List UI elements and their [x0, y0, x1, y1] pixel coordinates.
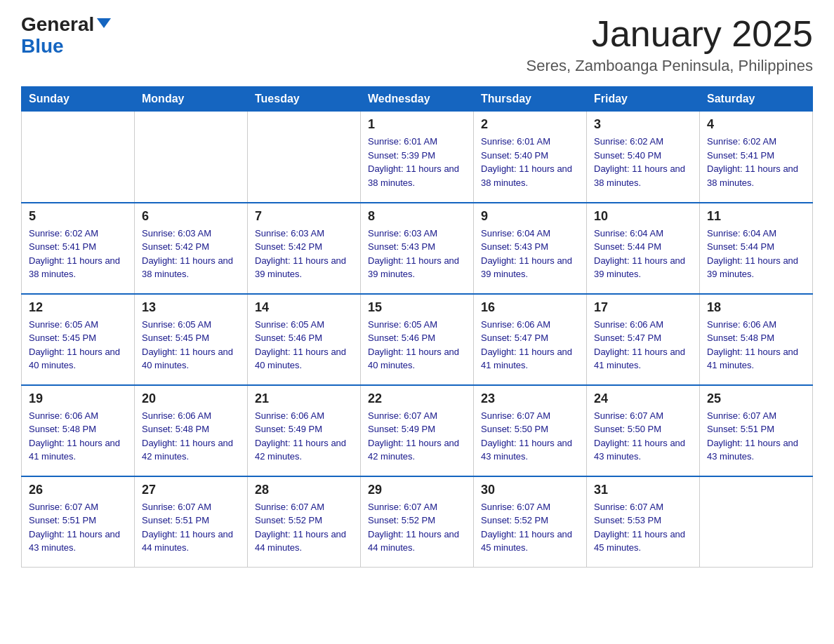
day-number: 5 — [29, 209, 127, 224]
day-info: Sunrise: 6:03 AMSunset: 5:42 PMDaylight:… — [142, 228, 233, 280]
calendar-header-friday: Friday — [587, 87, 700, 112]
calendar-day-cell: 20Sunrise: 6:06 AMSunset: 5:48 PMDayligh… — [135, 385, 248, 476]
calendar-day-cell — [700, 476, 813, 568]
location-title: Seres, Zamboanga Peninsula, Philippines — [527, 57, 813, 75]
calendar-header-saturday: Saturday — [700, 87, 813, 112]
logo-blue-text: Blue — [21, 36, 64, 58]
day-number: 1 — [368, 117, 466, 132]
day-info: Sunrise: 6:07 AMSunset: 5:52 PMDaylight:… — [481, 502, 572, 554]
day-info: Sunrise: 6:06 AMSunset: 5:48 PMDaylight:… — [707, 319, 798, 371]
calendar-week-row: 26Sunrise: 6:07 AMSunset: 5:51 PMDayligh… — [22, 476, 813, 568]
calendar-day-cell: 18Sunrise: 6:06 AMSunset: 5:48 PMDayligh… — [700, 294, 813, 385]
calendar-header-row: SundayMondayTuesdayWednesdayThursdayFrid… — [22, 87, 813, 112]
day-info: Sunrise: 6:06 AMSunset: 5:49 PMDaylight:… — [255, 410, 346, 462]
calendar-day-cell: 15Sunrise: 6:05 AMSunset: 5:46 PMDayligh… — [361, 294, 474, 385]
day-number: 31 — [594, 483, 692, 497]
day-info: Sunrise: 6:07 AMSunset: 5:52 PMDaylight:… — [255, 502, 346, 554]
day-number: 13 — [142, 300, 240, 315]
calendar-day-cell: 26Sunrise: 6:07 AMSunset: 5:51 PMDayligh… — [22, 476, 135, 568]
title-area: January 2025 Seres, Zamboanga Peninsula,… — [527, 14, 813, 75]
calendar-day-cell: 22Sunrise: 6:07 AMSunset: 5:49 PMDayligh… — [361, 385, 474, 476]
day-info: Sunrise: 6:05 AMSunset: 5:46 PMDaylight:… — [368, 319, 459, 371]
day-number: 11 — [707, 209, 805, 224]
day-info: Sunrise: 6:06 AMSunset: 5:48 PMDaylight:… — [29, 410, 120, 462]
calendar-day-cell: 24Sunrise: 6:07 AMSunset: 5:50 PMDayligh… — [587, 385, 700, 476]
calendar-day-cell: 5Sunrise: 6:02 AMSunset: 5:41 PMDaylight… — [22, 203, 135, 294]
day-number: 18 — [707, 300, 805, 315]
day-info: Sunrise: 6:06 AMSunset: 5:48 PMDaylight:… — [142, 410, 233, 462]
day-number: 14 — [255, 300, 353, 315]
day-info: Sunrise: 6:06 AMSunset: 5:47 PMDaylight:… — [481, 319, 572, 371]
day-info: Sunrise: 6:07 AMSunset: 5:50 PMDaylight:… — [481, 410, 572, 462]
calendar-week-row: 12Sunrise: 6:05 AMSunset: 5:45 PMDayligh… — [22, 294, 813, 385]
day-number: 17 — [594, 300, 692, 315]
day-number: 28 — [255, 483, 353, 497]
day-info: Sunrise: 6:04 AMSunset: 5:43 PMDaylight:… — [481, 228, 572, 280]
calendar-day-cell — [135, 112, 248, 203]
logo: General Blue — [21, 14, 111, 58]
calendar-day-cell: 9Sunrise: 6:04 AMSunset: 5:43 PMDaylight… — [474, 203, 587, 294]
day-number: 8 — [368, 209, 466, 224]
day-info: Sunrise: 6:07 AMSunset: 5:50 PMDaylight:… — [594, 410, 685, 462]
calendar-header-sunday: Sunday — [22, 87, 135, 112]
day-number: 29 — [368, 483, 466, 497]
day-number: 27 — [142, 483, 240, 497]
calendar-header-wednesday: Wednesday — [361, 87, 474, 112]
calendar-day-cell: 8Sunrise: 6:03 AMSunset: 5:43 PMDaylight… — [361, 203, 474, 294]
day-info: Sunrise: 6:07 AMSunset: 5:51 PMDaylight:… — [707, 410, 798, 462]
day-info: Sunrise: 6:04 AMSunset: 5:44 PMDaylight:… — [594, 228, 685, 280]
calendar-day-cell: 23Sunrise: 6:07 AMSunset: 5:50 PMDayligh… — [474, 385, 587, 476]
day-number: 4 — [707, 117, 805, 132]
month-title: January 2025 — [527, 14, 813, 54]
day-info: Sunrise: 6:07 AMSunset: 5:49 PMDaylight:… — [368, 410, 459, 462]
day-number: 22 — [368, 391, 466, 406]
calendar-day-cell: 30Sunrise: 6:07 AMSunset: 5:52 PMDayligh… — [474, 476, 587, 568]
day-number: 15 — [368, 300, 466, 315]
calendar-day-cell: 2Sunrise: 6:01 AMSunset: 5:40 PMDaylight… — [474, 112, 587, 203]
logo-triangle-icon — [97, 18, 111, 28]
day-info: Sunrise: 6:06 AMSunset: 5:47 PMDaylight:… — [594, 319, 685, 371]
day-info: Sunrise: 6:01 AMSunset: 5:40 PMDaylight:… — [481, 136, 572, 188]
calendar-header-monday: Monday — [135, 87, 248, 112]
calendar-day-cell: 1Sunrise: 6:01 AMSunset: 5:39 PMDaylight… — [361, 112, 474, 203]
calendar-day-cell: 21Sunrise: 6:06 AMSunset: 5:49 PMDayligh… — [248, 385, 361, 476]
header: General Blue January 2025 Seres, Zamboan… — [21, 14, 813, 75]
calendar-day-cell: 13Sunrise: 6:05 AMSunset: 5:45 PMDayligh… — [135, 294, 248, 385]
day-number: 3 — [594, 117, 692, 132]
day-number: 16 — [481, 300, 579, 315]
calendar-header-thursday: Thursday — [474, 87, 587, 112]
calendar-day-cell: 19Sunrise: 6:06 AMSunset: 5:48 PMDayligh… — [22, 385, 135, 476]
day-info: Sunrise: 6:05 AMSunset: 5:45 PMDaylight:… — [29, 319, 120, 371]
calendar-day-cell: 6Sunrise: 6:03 AMSunset: 5:42 PMDaylight… — [135, 203, 248, 294]
calendar-day-cell: 10Sunrise: 6:04 AMSunset: 5:44 PMDayligh… — [587, 203, 700, 294]
calendar-day-cell: 16Sunrise: 6:06 AMSunset: 5:47 PMDayligh… — [474, 294, 587, 385]
calendar-day-cell — [248, 112, 361, 203]
day-number: 10 — [594, 209, 692, 224]
day-number: 9 — [481, 209, 579, 224]
logo-general-text: General — [21, 14, 94, 36]
day-info: Sunrise: 6:03 AMSunset: 5:43 PMDaylight:… — [368, 228, 459, 280]
day-number: 2 — [481, 117, 579, 132]
day-info: Sunrise: 6:03 AMSunset: 5:42 PMDaylight:… — [255, 228, 346, 280]
day-info: Sunrise: 6:05 AMSunset: 5:45 PMDaylight:… — [142, 319, 233, 371]
calendar-day-cell: 12Sunrise: 6:05 AMSunset: 5:45 PMDayligh… — [22, 294, 135, 385]
day-number: 30 — [481, 483, 579, 497]
day-number: 6 — [142, 209, 240, 224]
calendar-week-row: 19Sunrise: 6:06 AMSunset: 5:48 PMDayligh… — [22, 385, 813, 476]
calendar-day-cell: 17Sunrise: 6:06 AMSunset: 5:47 PMDayligh… — [587, 294, 700, 385]
calendar-week-row: 5Sunrise: 6:02 AMSunset: 5:41 PMDaylight… — [22, 203, 813, 294]
day-info: Sunrise: 6:07 AMSunset: 5:53 PMDaylight:… — [594, 502, 685, 554]
calendar-day-cell: 4Sunrise: 6:02 AMSunset: 5:41 PMDaylight… — [700, 112, 813, 203]
day-info: Sunrise: 6:07 AMSunset: 5:51 PMDaylight:… — [142, 502, 233, 554]
calendar-day-cell: 3Sunrise: 6:02 AMSunset: 5:40 PMDaylight… — [587, 112, 700, 203]
calendar-table: SundayMondayTuesdayWednesdayThursdayFrid… — [21, 86, 813, 568]
calendar-day-cell: 14Sunrise: 6:05 AMSunset: 5:46 PMDayligh… — [248, 294, 361, 385]
calendar-day-cell — [22, 112, 135, 203]
day-info: Sunrise: 6:02 AMSunset: 5:41 PMDaylight:… — [29, 228, 120, 280]
day-number: 24 — [594, 391, 692, 406]
day-info: Sunrise: 6:07 AMSunset: 5:52 PMDaylight:… — [368, 502, 459, 554]
calendar-day-cell: 11Sunrise: 6:04 AMSunset: 5:44 PMDayligh… — [700, 203, 813, 294]
calendar-day-cell: 7Sunrise: 6:03 AMSunset: 5:42 PMDaylight… — [248, 203, 361, 294]
calendar-week-row: 1Sunrise: 6:01 AMSunset: 5:39 PMDaylight… — [22, 112, 813, 203]
day-number: 21 — [255, 391, 353, 406]
